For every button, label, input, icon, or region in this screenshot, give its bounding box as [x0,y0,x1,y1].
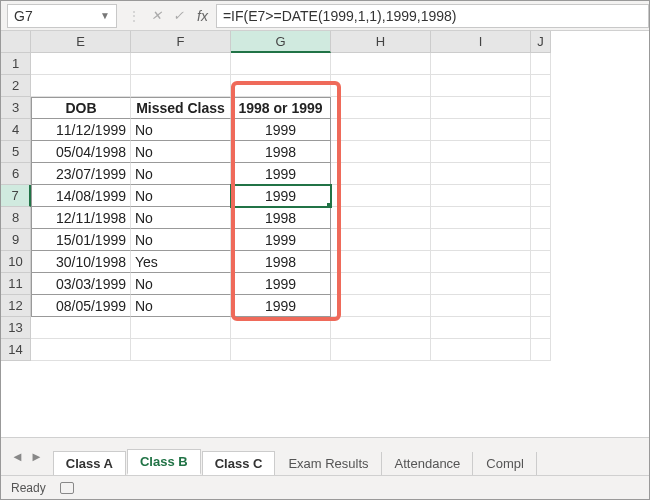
cell-missed[interactable]: No [131,141,231,163]
col-header-H[interactable]: H [331,31,431,53]
cell[interactable] [531,141,551,163]
row-header[interactable]: 8 [1,207,31,229]
cell[interactable] [531,295,551,317]
cell[interactable] [331,207,431,229]
row-header[interactable]: 2 [1,75,31,97]
cell-year[interactable]: 1998 [231,207,331,229]
formula-input[interactable]: =IF(E7>=DATE(1999,1,1),1999,1998) [216,4,649,28]
cell[interactable] [431,53,531,75]
fill-handle[interactable] [327,203,331,207]
row-header[interactable]: 6 [1,163,31,185]
header-year[interactable]: 1998 or 1999 [231,97,331,119]
cell-year[interactable]: 1998 [231,141,331,163]
row-header[interactable]: 3 [1,97,31,119]
cell-missed[interactable]: Yes [131,251,231,273]
fx-icon[interactable]: fx [189,8,216,24]
enter-icon[interactable]: ✓ [167,8,189,23]
tab-class-b[interactable]: Class B [127,449,201,475]
cell[interactable] [331,53,431,75]
cell-dob[interactable]: 14/08/1999 [31,185,131,207]
col-header-G[interactable]: G [231,31,331,53]
spreadsheet-grid[interactable]: E F G H I J 1 2 3 DOB Missed Class 1998 … [1,31,649,361]
cell[interactable] [431,141,531,163]
cell-year-selected[interactable]: 1999 [231,185,331,207]
cell-year[interactable]: 1998 [231,251,331,273]
cell-dob[interactable]: 30/10/1998 [31,251,131,273]
row-header[interactable]: 11 [1,273,31,295]
row-header[interactable]: 10 [1,251,31,273]
cell-dob[interactable]: 05/04/1998 [31,141,131,163]
cell-dob[interactable]: 15/01/1999 [31,229,131,251]
cell[interactable] [31,339,131,361]
cell[interactable] [231,75,331,97]
row-header[interactable]: 4 [1,119,31,141]
cell[interactable] [431,229,531,251]
cell-missed[interactable]: No [131,163,231,185]
cell[interactable] [231,339,331,361]
cell[interactable] [531,251,551,273]
cell-missed[interactable]: No [131,207,231,229]
row-header[interactable]: 14 [1,339,31,361]
cell[interactable] [331,141,431,163]
row-header[interactable]: 7 [1,185,31,207]
cell[interactable] [231,53,331,75]
cell[interactable] [131,53,231,75]
cell-missed[interactable]: No [131,273,231,295]
cell[interactable] [531,229,551,251]
cell[interactable] [531,317,551,339]
cell[interactable] [331,185,431,207]
cell[interactable] [331,339,431,361]
header-dob[interactable]: DOB [31,97,131,119]
tab-attendance[interactable]: Attendance [383,452,474,475]
cell-dob[interactable]: 12/11/1998 [31,207,131,229]
cell[interactable] [331,163,431,185]
row-header[interactable]: 5 [1,141,31,163]
tab-class-c[interactable]: Class C [202,451,276,475]
cell-year[interactable]: 1999 [231,295,331,317]
cell-dob[interactable]: 08/05/1999 [31,295,131,317]
tab-exam-results[interactable]: Exam Results [276,452,381,475]
col-header-J[interactable]: J [531,31,551,53]
cell[interactable] [531,339,551,361]
cell-year[interactable]: 1999 [231,163,331,185]
cell[interactable] [331,75,431,97]
cell[interactable] [431,339,531,361]
cell[interactable] [31,53,131,75]
cell[interactable] [331,229,431,251]
col-header-I[interactable]: I [431,31,531,53]
cell[interactable] [431,119,531,141]
tab-compl[interactable]: Compl [474,452,537,475]
cell[interactable] [431,295,531,317]
tab-class-a[interactable]: Class A [53,451,126,475]
dropdown-icon[interactable]: ▼ [100,10,110,21]
cell[interactable] [431,163,531,185]
cell[interactable] [531,97,551,119]
cell[interactable] [531,273,551,295]
select-all-corner[interactable] [1,31,31,53]
cell[interactable] [231,317,331,339]
cell[interactable] [431,185,531,207]
row-header[interactable]: 1 [1,53,31,75]
cell[interactable] [131,317,231,339]
cell[interactable] [531,163,551,185]
row-header[interactable]: 12 [1,295,31,317]
cell[interactable] [431,97,531,119]
cell[interactable] [31,317,131,339]
cell[interactable] [331,251,431,273]
row-header[interactable]: 9 [1,229,31,251]
cell[interactable] [331,295,431,317]
cell[interactable] [531,207,551,229]
cell-missed[interactable]: No [131,229,231,251]
cell[interactable] [331,273,431,295]
col-header-E[interactable]: E [31,31,131,53]
col-header-F[interactable]: F [131,31,231,53]
tab-prev-icon[interactable]: ◄ [11,449,24,464]
cell-missed[interactable]: No [131,185,231,207]
cancel-icon[interactable]: ✕ [145,8,167,23]
cell[interactable] [431,75,531,97]
cell[interactable] [31,75,131,97]
cell[interactable] [531,185,551,207]
cell-missed[interactable]: No [131,295,231,317]
cell-year[interactable]: 1999 [231,119,331,141]
cell-dob[interactable]: 03/03/1999 [31,273,131,295]
